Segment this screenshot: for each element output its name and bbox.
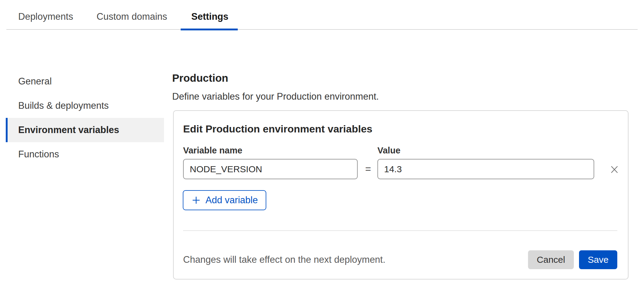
tab-bar-divider: [6, 29, 638, 30]
sidebar-item-functions[interactable]: Functions: [6, 142, 164, 166]
cancel-button[interactable]: Cancel: [528, 250, 574, 269]
save-button[interactable]: Save: [579, 250, 617, 269]
page-title: Production: [172, 72, 228, 84]
plus-icon: [191, 195, 201, 205]
settings-page: Deployments Custom domains Settings Gene…: [0, 0, 644, 288]
tab-settings[interactable]: Settings: [191, 11, 228, 22]
variable-name-input[interactable]: [183, 159, 358, 179]
sidebar-item-builds-deployments[interactable]: Builds & deployments: [6, 94, 164, 118]
remove-variable-button[interactable]: [608, 164, 620, 175]
tab-deployments[interactable]: Deployments: [18, 11, 73, 22]
card-title: Edit Production environment variables: [183, 123, 372, 135]
variable-value-input[interactable]: [377, 159, 594, 179]
footer-note: Changes will take effect on the next dep…: [183, 254, 385, 265]
x-icon: [610, 165, 619, 174]
variable-name-label: Variable name: [183, 146, 242, 156]
sidebar-item-environment-variables[interactable]: Environment variables: [6, 118, 164, 142]
footer-actions: Cancel Save: [528, 250, 617, 269]
tab-custom-domains[interactable]: Custom domains: [97, 11, 167, 22]
value-label: Value: [377, 146, 400, 156]
card-footer: Changes will take effect on the next dep…: [183, 250, 617, 269]
environment-variables-card: Edit Production environment variables Va…: [173, 110, 629, 279]
sidebar-item-general[interactable]: General: [6, 69, 164, 94]
card-divider: [183, 230, 617, 231]
page-description: Define variables for your Production env…: [172, 91, 379, 102]
settings-sidebar: General Builds & deployments Environment…: [6, 69, 164, 166]
equals-separator: =: [361, 159, 375, 179]
active-tab-underline: [181, 29, 238, 30]
add-variable-label: Add variable: [206, 195, 258, 206]
add-variable-button[interactable]: Add variable: [183, 190, 266, 210]
